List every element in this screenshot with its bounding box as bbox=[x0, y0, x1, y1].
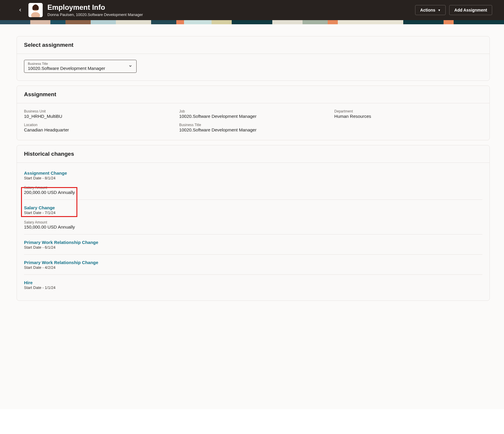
history-salary-label: Salary Amount bbox=[24, 220, 482, 224]
history-item: Assignment ChangeStart Date - 8/1/24Sala… bbox=[24, 165, 482, 200]
assignment-field: Business Title10020.Software Development… bbox=[179, 123, 327, 132]
decorative-banner bbox=[0, 20, 504, 24]
history-item-title[interactable]: Salary Change bbox=[24, 205, 482, 210]
back-button[interactable] bbox=[17, 7, 24, 14]
history-item: Primary Work Relationship ChangeStart Da… bbox=[24, 234, 482, 255]
assignment-field: Business Unit10_HRHD_MultiBU bbox=[24, 109, 172, 119]
add-assignment-button[interactable]: Add Assignment bbox=[449, 5, 492, 15]
actions-button[interactable]: Actions ▼ bbox=[415, 5, 446, 15]
history-salary-value: 200,000.00 USD Annually bbox=[24, 190, 482, 195]
field-label: Business Unit bbox=[24, 109, 172, 113]
field-label: Location bbox=[24, 123, 172, 127]
select-assignment-card: Select assignment Business Title 10020.S… bbox=[17, 36, 490, 81]
business-title-select[interactable]: Business Title 10020.Software Developmen… bbox=[24, 60, 137, 73]
history-item-start-date: Start Date - 4/2/24 bbox=[24, 265, 482, 270]
title-block: Employment Info Donna Paulsen, 10020.Sof… bbox=[47, 3, 415, 17]
page-body: Select assignment Business Title 10020.S… bbox=[0, 24, 504, 409]
page-header: Employment Info Donna Paulsen, 10020.Sof… bbox=[0, 0, 504, 20]
assignment-field: Job10020.Software Development Manager bbox=[179, 109, 327, 119]
assignment-field: DepartmentHuman Resources bbox=[334, 109, 482, 119]
history-item: HireStart Date - 1/1/24 bbox=[24, 275, 482, 295]
select-assignment-heading: Select assignment bbox=[17, 36, 489, 54]
assignment-heading: Assignment bbox=[17, 86, 489, 103]
history-heading: Historical changes bbox=[17, 145, 489, 163]
field-value: Canadian Headquarter bbox=[24, 127, 172, 132]
history-item: Salary ChangeStart Date - 7/1/24Salary A… bbox=[24, 200, 482, 234]
avatar bbox=[28, 3, 43, 17]
add-assignment-label: Add Assignment bbox=[454, 8, 487, 12]
page-title: Employment Info bbox=[47, 3, 415, 12]
field-value: 10_HRHD_MultiBU bbox=[24, 114, 172, 119]
history-card: Historical changes Assignment ChangeStar… bbox=[17, 145, 490, 301]
page-subtitle: Donna Paulsen, 10020.Software Developmen… bbox=[47, 12, 415, 17]
select-label: Business Title bbox=[28, 62, 133, 65]
history-item: Primary Work Relationship ChangeStart Da… bbox=[24, 255, 482, 275]
header-actions: Actions ▼ Add Assignment bbox=[415, 5, 492, 15]
field-label: Department bbox=[334, 109, 482, 113]
history-item-start-date: Start Date - 8/1/24 bbox=[24, 176, 482, 180]
assignment-field: LocationCanadian Headquarter bbox=[24, 123, 172, 132]
field-value: 10020.Software Development Manager bbox=[179, 114, 327, 119]
history-item-start-date: Start Date - 7/1/24 bbox=[24, 210, 482, 215]
history-item-start-date: Start Date - 1/1/24 bbox=[24, 285, 482, 290]
field-label: Job bbox=[179, 109, 327, 113]
field-value: Human Resources bbox=[334, 114, 482, 119]
history-item-title[interactable]: Primary Work Relationship Change bbox=[24, 240, 482, 245]
caret-down-icon: ▼ bbox=[438, 9, 441, 12]
history-item-title[interactable]: Hire bbox=[24, 280, 482, 285]
field-label: Business Title bbox=[179, 123, 327, 127]
field-value: 10020.Software Development Manager bbox=[179, 127, 327, 132]
assignment-card: Assignment Business Unit10_HRHD_MultiBUJ… bbox=[17, 86, 490, 140]
chevron-down-icon bbox=[129, 64, 132, 69]
actions-button-label: Actions bbox=[420, 8, 435, 12]
history-salary-value: 150,000.00 USD Annually bbox=[24, 224, 482, 229]
history-item-start-date: Start Date - 6/1/24 bbox=[24, 245, 482, 250]
select-value: 10020.Software Development Manager bbox=[28, 66, 133, 71]
history-salary-label: Salary Amount bbox=[24, 186, 482, 190]
history-item-title[interactable]: Assignment Change bbox=[24, 171, 482, 176]
history-item-title[interactable]: Primary Work Relationship Change bbox=[24, 260, 482, 265]
